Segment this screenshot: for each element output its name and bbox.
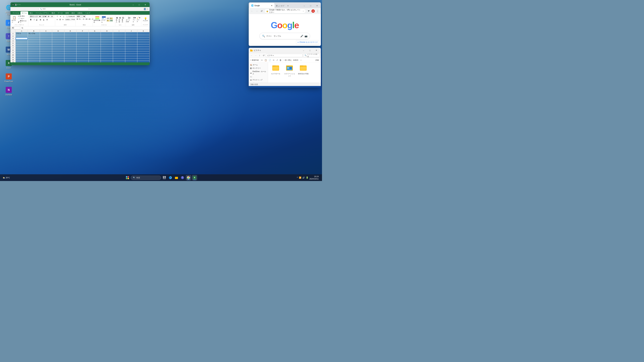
excel-font-family-select[interactable]: 游ゴシック [29, 15, 42, 18]
explorer-details-btn[interactable]: 詳細 [314, 59, 320, 62]
explorer-paste-cmd-btn[interactable]: 📄 [268, 59, 272, 62]
taskbar-edge-btn[interactable] [168, 175, 173, 180]
excel-align-right-btn[interactable]: ≡ [62, 18, 64, 21]
excel-close-btn[interactable]: ✕ [142, 2, 148, 7]
excel-decrease-decimal-btn[interactable]: .00→.0 [88, 18, 94, 20]
excel-style-neutral[interactable]: 普通 [110, 19, 113, 22]
excel-tab-file[interactable]: ファイル [11, 11, 20, 15]
excel-add-sheet-btn[interactable]: + [11, 64, 14, 65]
excel-ribbon-toggle[interactable]: ∧ [147, 8, 148, 10]
excel-tab-help[interactable]: ヘルプ [84, 11, 92, 15]
chrome-active-tab[interactable]: 🌐 Google ✕ [250, 3, 274, 8]
explorer-copy-cmd-btn[interactable]: 📋 [264, 59, 268, 62]
sidebar-item-onedrive[interactable]: ☁ OneDrive - カールス [249, 70, 268, 76]
taskbar-notification-btn[interactable] [320, 175, 321, 180]
excel-underline-btn[interactable]: U [36, 18, 38, 21]
taskbar-search-box[interactable]: 🔍 検索 [131, 176, 161, 180]
excel-fill-color-btn[interactable]: A̲ [42, 18, 45, 21]
explorer-refresh-btn[interactable]: ↺ [262, 54, 266, 57]
chrome-menu-btn[interactable]: ⋮ [316, 9, 320, 13]
excel-user-avatar[interactable]: 👤 [144, 7, 146, 10]
excel-currency-btn[interactable]: ¥▾ [76, 18, 79, 20]
excel-redo-btn[interactable]: ↪ [19, 4, 20, 5]
excel-tab-data[interactable]: データ [56, 11, 64, 15]
explorer-back-btn[interactable]: ← [250, 54, 254, 57]
excel-font-color-btn[interactable]: A [46, 18, 49, 21]
excel-clear-btn[interactable]: 🧹▾ クリア [137, 16, 140, 23]
excel-align-middle-btn[interactable]: ≡ [59, 15, 62, 18]
explorer-cut-cmd-btn[interactable]: ✂ [260, 59, 264, 62]
tray-network-icon[interactable]: 📶 [299, 176, 301, 179]
explorer-rename-cmd-btn[interactable]: ✏ [272, 59, 275, 62]
excel-fill-btn[interactable]: ⬇▾ フィル [133, 16, 136, 23]
chrome-maximize-btn[interactable]: □ [308, 3, 314, 8]
tray-volume-icon[interactable]: 🔊 [302, 176, 305, 179]
excel-format-painter-btn[interactable]: 🖌 書式のコピー [18, 20, 27, 24]
excel-minimize-btn[interactable]: – [130, 2, 136, 7]
chrome-bookmark-icon[interactable]: ☆ [302, 10, 304, 12]
excel-merge-btn[interactable]: セルを結合して中央揃え [66, 18, 75, 21]
excel-style-bad[interactable]: 悪い [110, 17, 113, 19]
excel-increase-font-btn[interactable]: A⁺ [48, 15, 50, 18]
chrome-minimize-btn[interactable]: – [301, 3, 308, 8]
taskbar-taskview-btn[interactable] [162, 175, 167, 180]
google-voice-icon[interactable]: 🎤 [300, 35, 303, 37]
explorer-more-btn[interactable]: ⋯ [299, 59, 303, 62]
tray-show-hidden-btn[interactable]: ^ [297, 176, 298, 179]
excel-save-btn[interactable]: 💾 [15, 4, 17, 5]
excel-conditional-btn[interactable]: 条件付き書式 [94, 16, 101, 23]
excel-align-bottom-btn[interactable]: ⊥ [62, 15, 65, 18]
google-lens-icon[interactable]: 📷 [304, 35, 308, 37]
chrome-close-btn[interactable]: ✕ [314, 3, 320, 8]
chrome-reload-btn[interactable]: ↺ [260, 9, 264, 13]
taskbar-fileexplorer-btn[interactable] [174, 175, 179, 180]
chrome-back-btn[interactable]: ← [250, 9, 254, 13]
chrome-new-tab-btn[interactable]: + [286, 3, 290, 8]
excel-comma-btn[interactable]: , [81, 18, 82, 20]
excel-decrease-font-btn[interactable]: A⁻ [51, 15, 54, 18]
excel-style-normal[interactable]: 標準 [107, 17, 110, 19]
excel-grid-area[interactable]: A B C D E F G H I J K 1テストサンプル2345678910… [10, 30, 150, 62]
taskbar-teams-btn[interactable]: T [180, 175, 185, 180]
excel-wrap-btn[interactable]: 折り返して全体を表示する [66, 15, 75, 18]
sidebar-item-gallery[interactable]: 🖼 ギャラリー [249, 66, 268, 70]
excel-bold-btn[interactable]: B [29, 18, 32, 21]
excel-tab-auto[interactable]: 自動化 [76, 11, 84, 15]
excel-tab-layout[interactable]: ページレイアウト [34, 11, 50, 15]
chrome-inactive-tab[interactable]: 新しいタブ [274, 4, 286, 8]
chrome-address-bar[interactable]: 🔒 Google で検索するか、URL を入力してください ☆ [264, 9, 306, 13]
taskbar-clock[interactable]: 19:24 2024/10/11 [310, 175, 319, 180]
desktop-icon-powerpoint[interactable]: P PowerPoint [3, 72, 14, 83]
excel-ideas-btn[interactable]: 💡 アイデア [142, 15, 149, 24]
sidebar-item-downloads[interactable]: ⬇ ダウンロード [249, 82, 268, 83]
folder-camera-roll[interactable]: カメラロール [270, 64, 282, 78]
folder-screenshots[interactable]: スクリーンショット [284, 64, 296, 78]
taskbar-weather[interactable]: ⛅ 20°C [1, 177, 11, 179]
explorer-address-bar[interactable]: ピクチャ [266, 54, 303, 57]
excel-tab-formula[interactable]: 数式 [50, 11, 56, 15]
excel-format-cells-btn[interactable]: ⊡ 書式 [122, 16, 124, 23]
explorer-maximize-btn[interactable]: □ [307, 48, 313, 53]
excel-font-size-select[interactable]: 11 [42, 15, 47, 18]
excel-italic-btn[interactable]: I [33, 18, 36, 21]
taskbar-excel-btn[interactable]: X [192, 175, 197, 180]
excel-maximize-btn[interactable]: □ [136, 2, 142, 7]
excel-tab-review[interactable]: 校閲 [64, 11, 70, 15]
explorer-view-cmd-btn[interactable]: ⊞ 表示 [293, 59, 299, 62]
excel-increase-decimal-btn[interactable]: .0→.00 [82, 18, 88, 20]
excel-align-top-btn[interactable]: ⊤ [56, 15, 59, 18]
taskbar-start-btn[interactable] [125, 175, 130, 180]
excel-copy-btn[interactable]: 📄 コピー [18, 17, 27, 19]
excel-paste-btn[interactable]: 📋 貼り付け [11, 15, 17, 24]
excel-percent-btn[interactable]: % [79, 18, 81, 20]
excel-style-good[interactable]: 良い [107, 19, 110, 22]
explorer-search-box[interactable]: 🔍 ピクチャの検索 [303, 54, 320, 57]
tray-battery-icon[interactable]: 🔋 [306, 176, 308, 179]
excel-autosum-btn[interactable]: Σ▾ オートSUM [126, 17, 132, 22]
desktop-icon-onenote[interactable]: N OneNote [3, 86, 14, 96]
excel-delete-cells-btn[interactable]: ⊖ 削除 [119, 16, 122, 23]
excel-align-left-btn[interactable]: ≡ [56, 18, 58, 21]
explorer-minimize-btn[interactable]: – [300, 48, 307, 53]
taskbar-chrome-btn[interactable] [186, 175, 191, 180]
excel-cell-ref-box[interactable]: A3 [11, 27, 20, 29]
